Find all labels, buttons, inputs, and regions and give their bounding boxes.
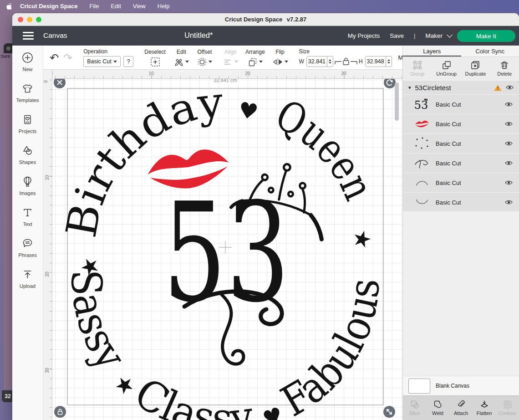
arc-heart-top: ♥ [236,97,260,125]
deselect-label: Deselect [144,49,166,55]
menubar-app-name[interactable]: Cricut Design Space [20,3,77,10]
menu-view[interactable]: View [133,3,146,10]
size-lock-icon[interactable] [335,56,357,67]
dropdown-arrow-icon [209,61,212,63]
arc-word-sassy: Sassy [61,269,135,379]
attach-button[interactable]: Attach [449,400,473,416]
make-it-button[interactable]: Make It [457,30,515,42]
layer-visibility-eye-icon[interactable] [505,121,513,127]
design-canvas[interactable]: 32.841 cm ★ Birthday ♥ Queen ★ Sassy ★ C… [43,70,402,420]
design-artwork-53-circle[interactable]: ★ Birthday ♥ Queen ★ Sassy ★ Classy ♥ Fa… [57,77,389,420]
layer-visibility-eye-icon[interactable] [505,180,513,185]
duplicate-button[interactable]: Duplicate [461,61,490,77]
flatten-button[interactable]: Flatten [473,400,496,416]
contour-button-disabled: Contour [496,400,519,416]
project-card-icon [21,113,34,126]
undo-button[interactable]: ↶ [50,53,59,62]
sidebar-item-phrases[interactable]: Phrases [18,237,36,258]
ruler-number: 30 [45,368,50,373]
layer-row-lips[interactable]: Basic Cut [403,114,519,133]
arrange-button[interactable]: Arrange [245,49,265,67]
group-visibility-eye-icon[interactable] [506,85,514,90]
width-stepper[interactable] [327,56,333,67]
layer-visibility-eye-icon[interactable] [505,200,513,205]
layer-thumbnail-arc-text-top [413,175,431,190]
height-stepper[interactable] [386,56,392,67]
offset-label: Offset [198,49,212,55]
sidebar-item-projects[interactable]: Projects [19,113,37,134]
tab-color-sync[interactable]: Color Sync [461,46,519,56]
shapes-icon [21,144,34,157]
ungroup-button[interactable]: UnGroup [432,61,461,77]
menu-file[interactable]: File [89,3,99,10]
dropdown-arrow-icon [234,61,238,63]
number-53-text: 53 [163,174,290,333]
sidebar-label: New [22,67,32,72]
operation-dropdown[interactable]: Basic Cut [83,56,121,67]
flip-button[interactable]: Flip [272,49,288,67]
machine-selector[interactable]: Maker [425,32,451,39]
delete-label: Delete [497,71,512,77]
ruler-vertical: 0 10 20 30 [43,70,52,420]
lock-handle[interactable] [54,406,66,418]
slice-label: Slice [409,410,420,416]
apple-logo-icon[interactable] [5,2,13,10]
width-input[interactable] [307,56,327,67]
layer-visibility-eye-icon[interactable] [505,141,513,146]
operation-label: Operation [83,48,133,55]
layers-panel: Layers Color Sync Group UnGroup Duplicat… [402,46,519,420]
hamburger-menu-icon[interactable] [23,32,34,40]
layer-group-header[interactable]: ▾ 53Circletest [403,81,519,94]
height-input[interactable] [366,56,386,67]
ungroup-label: UnGroup [436,71,457,77]
resize-handle[interactable] [383,406,395,418]
sidebar-item-images[interactable]: Images [19,175,36,196]
sidebar-label: Text [23,221,32,227]
menu-help[interactable]: Help [158,3,170,10]
window-title-name: Cricut Design Space [225,16,282,23]
canvas-color-swatch[interactable] [408,379,430,394]
layer-visibility-eye-icon[interactable] [505,160,513,166]
document-title[interactable]: Untitled* [184,31,213,40]
offset-icon [197,57,207,67]
layer-list: ▾ 53Circletest 53 Basic Cut [403,81,519,211]
layer-visibility-eye-icon[interactable] [505,102,513,107]
canvas-scrollbar[interactable] [395,82,399,121]
ruler-number: 0 [43,80,48,83]
arc-heart-bottom: ♥ [260,402,286,420]
sidebar-item-shapes[interactable]: Shapes [19,144,36,165]
trash-icon [500,61,509,70]
arc-star-right: ★ [349,229,376,250]
weld-button[interactable]: Weld [426,400,449,416]
layer-row-dots[interactable]: Basic Cut [403,133,519,153]
disclosure-triangle-icon[interactable]: ▾ [408,85,411,91]
warning-icon[interactable] [494,84,502,91]
sidebar-item-new[interactable]: New [21,51,34,72]
save-link[interactable]: Save [390,32,404,39]
layer-label: Basic Cut [436,199,500,206]
menu-edit[interactable]: Edit [111,3,121,10]
deselect-button[interactable]: Deselect [144,49,166,67]
layer-row-arc-text-bottom[interactable]: Basic Cut [403,192,519,212]
sidebar-item-upload[interactable]: Upload [20,268,36,289]
group-button-disabled: Group [403,61,432,77]
dropdown-arrow-icon [185,61,189,63]
layer-label: Basic Cut [436,101,500,108]
edit-menu-button[interactable]: Edit [174,49,189,67]
redo-button[interactable]: ↷ [63,53,72,62]
sidebar-item-text[interactable]: Text [21,206,34,227]
layer-row-flourish[interactable]: Basic Cut [403,153,519,173]
operation-help-button[interactable]: ? [123,56,133,67]
layer-thumbnail-arc-text-bottom [413,195,431,210]
layer-row-53[interactable]: 53 Basic Cut [403,94,519,114]
sidebar-item-templates[interactable]: Templates [16,82,39,103]
upload-icon [21,268,34,281]
edit-label: Edit [177,49,186,55]
left-sidebar: New Templates Projects Shapes Images Tex… [12,46,43,420]
delete-button[interactable]: Delete [490,61,519,77]
my-projects-link[interactable]: My Projects [348,32,380,39]
tab-layers[interactable]: Layers [403,46,461,56]
layer-row-arc-text-top[interactable]: Basic Cut [403,173,519,192]
offset-button[interactable]: Offset [197,49,212,67]
canvas-nav-label[interactable]: Canvas [43,31,67,40]
